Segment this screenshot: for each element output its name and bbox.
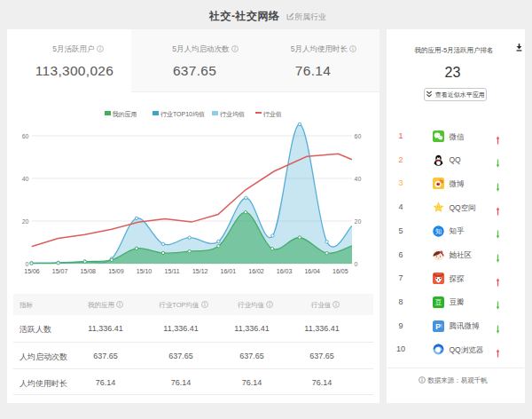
svg-text:60: 60	[355, 133, 362, 139]
svg-text:15/10: 15/10	[137, 268, 153, 274]
svg-text:知: 知	[435, 228, 442, 235]
svg-text:16/01: 16/01	[221, 268, 237, 274]
svg-text:16/04: 16/04	[304, 268, 320, 274]
svg-text:15/08: 15/08	[80, 268, 96, 274]
svg-text:15/11: 15/11	[165, 268, 180, 274]
svg-text:40: 40	[355, 176, 362, 182]
svg-text:15/12: 15/12	[192, 268, 208, 274]
svg-text:15/06: 15/06	[24, 268, 40, 274]
svg-text:16/02: 16/02	[248, 268, 264, 274]
svg-text:16/03: 16/03	[277, 268, 293, 274]
svg-text:0: 0	[26, 261, 29, 267]
svg-text:60: 60	[22, 133, 29, 139]
svg-text:20: 20	[355, 218, 362, 225]
svg-text:20: 20	[22, 218, 29, 225]
svg-text:0: 0	[355, 261, 358, 267]
svg-text:豆: 豆	[434, 298, 442, 306]
svg-text:P: P	[435, 321, 441, 330]
svg-text:15/07: 15/07	[52, 268, 68, 274]
svg-text:16/05: 16/05	[332, 268, 348, 274]
svg-text:40: 40	[22, 176, 29, 182]
svg-text:15/09: 15/09	[108, 268, 124, 274]
